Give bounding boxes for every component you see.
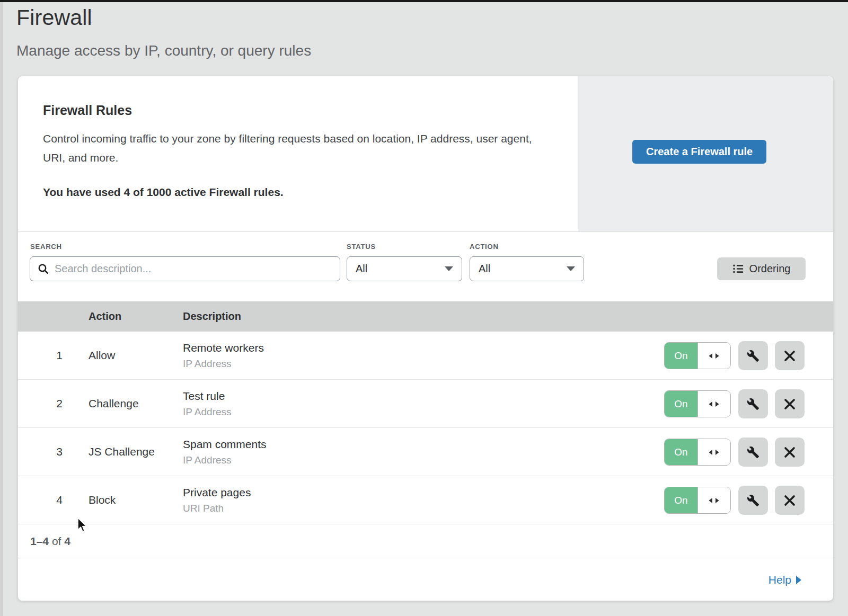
rule-priority: 2 [51,397,68,410]
pagination-total: 4 [64,535,70,547]
help-link-label: Help [768,574,791,586]
triangle-right-icon [796,576,801,584]
status-label: STATUS [347,243,376,251]
toggle-on-label: On [665,343,697,369]
rules-usage-note: You have used 4 of 1000 active Firewall … [43,186,284,199]
rule-description: Test rule [183,390,232,403]
rules-description: Control incoming traffic to your zone by… [43,129,546,167]
rule-enabled-toggle[interactable]: On [664,439,731,466]
rule-description-cell: Private pages URI Path [183,486,251,514]
table-row: 3 JS Challenge Spam comments IP Address … [18,428,833,476]
window-left-edge [0,0,3,616]
toggle-on-label: On [665,487,697,513]
rule-description-cell: Test rule IP Address [183,390,232,418]
help-row: Help [18,558,833,601]
status-selected-value: All [356,263,367,275]
rule-match-type: IP Address [183,454,267,466]
ordering-button-label: Ordering [749,263,791,275]
search-icon [38,263,49,274]
column-header-description: Description [183,310,241,323]
chevron-down-icon [445,266,453,271]
wrench-icon [747,446,759,459]
rule-priority: 3 [51,445,68,458]
page-title: Firewall [16,5,92,30]
toggle-handle-icon[interactable] [697,487,730,513]
toggle-on-label: On [665,391,697,417]
rule-priority: 4 [51,494,68,506]
action-label: ACTION [470,243,499,251]
create-rule-panel: Create a Firewall rule [578,76,833,231]
edit-rule-button[interactable] [738,341,768,370]
edit-rule-button[interactable] [738,389,768,418]
table-header: Action Description [18,301,833,332]
table-row: 4 Block Private pages URI Path On [18,476,833,524]
close-icon [784,350,796,362]
create-firewall-rule-button[interactable]: Create a Firewall rule [632,140,766,164]
page-subtitle: Manage access by IP, country, or query r… [16,42,311,59]
ordering-button[interactable]: Ordering [717,257,806,280]
rule-enabled-toggle[interactable]: On [664,487,731,514]
rule-action: JS Challenge [89,445,155,458]
action-select[interactable]: All [470,256,584,281]
search-label: SEARCH [30,243,62,251]
pagination-of: of [52,535,61,547]
rule-enabled-toggle[interactable]: On [664,342,731,369]
toggle-on-label: On [665,439,697,465]
rule-action: Challenge [89,397,139,410]
edit-rule-button[interactable] [738,438,768,467]
rule-match-type: URI Path [183,503,251,514]
edit-rule-button[interactable] [738,486,768,515]
rule-enabled-toggle[interactable]: On [664,390,731,417]
close-icon [784,398,796,410]
rule-priority: 1 [51,349,68,362]
rule-match-type: IP Address [183,406,232,418]
toggle-handle-icon[interactable] [697,391,730,417]
firewall-rules-card: Create a Firewall rule Firewall Rules Co… [17,76,834,601]
help-link[interactable]: Help [768,574,801,586]
rule-description: Spam comments [183,438,267,451]
wrench-icon [747,494,759,507]
delete-rule-button[interactable] [775,438,805,467]
delete-rule-button[interactable] [775,341,805,370]
delete-rule-button[interactable] [775,486,805,515]
wrench-icon [747,398,759,410]
rules-intro-section: Create a Firewall rule Firewall Rules Co… [18,76,833,232]
close-icon [784,447,796,458]
close-icon [784,495,796,506]
table-row: 2 Challenge Test rule IP Address On [18,380,833,428]
search-field-wrapper[interactable] [30,256,340,281]
pagination-row: 1–4 of 4 [18,524,833,558]
window-top-edge [0,0,848,2]
wrench-icon [747,350,759,362]
column-header-action: Action [89,310,121,323]
rule-description: Private pages [183,486,251,499]
filter-bar: SEARCH STATUS All ACTION All Ordering [18,232,833,301]
toggle-handle-icon[interactable] [697,343,730,369]
rule-action: Block [89,494,116,506]
pagination-range: 1–4 [30,535,49,547]
rule-description: Remote workers [183,342,264,354]
delete-rule-button[interactable] [775,389,805,418]
ordered-list-icon [732,263,744,274]
table-row: 1 Allow Remote workers IP Address On [18,332,833,380]
chevron-down-icon [567,266,575,271]
toggle-handle-icon[interactable] [697,439,730,465]
action-selected-value: All [479,263,490,275]
rule-action: Allow [89,349,115,362]
rule-match-type: IP Address [183,358,264,370]
search-input[interactable] [55,263,332,275]
rule-description-cell: Spam comments IP Address [183,438,267,466]
rules-heading: Firewall Rules [43,103,132,118]
pagination-summary: 1–4 of 4 [30,535,70,548]
status-select[interactable]: All [347,256,462,281]
rule-description-cell: Remote workers IP Address [183,342,264,370]
